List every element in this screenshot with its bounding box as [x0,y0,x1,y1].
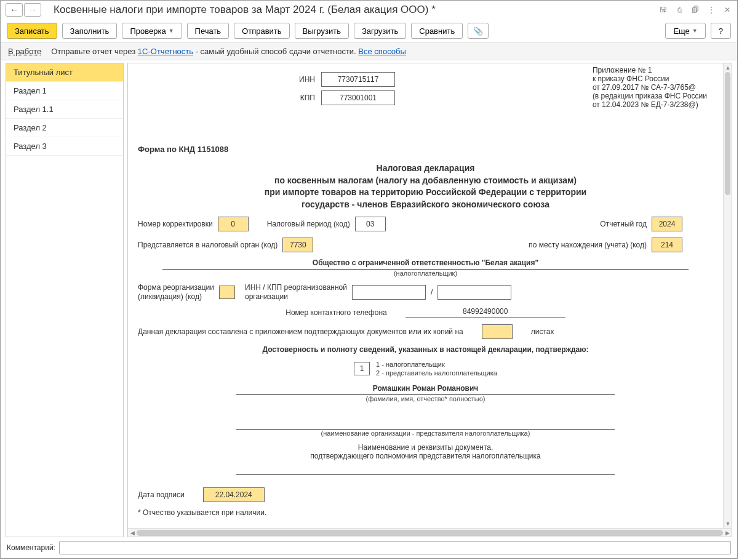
phone-label: Номер контактного телефона [286,308,386,317]
docs-text-2: листах [531,327,554,336]
chevron-down-icon: ▼ [692,28,698,34]
info-text: Отправьте отчет через 1С-Отчетность - са… [51,47,406,56]
docs-text-1: Данная декларация составлена с приложени… [138,327,463,336]
sidebar-item-title-page[interactable]: Титульный лист [6,63,123,82]
fio-field[interactable]: Ромашкин Роман Романович [236,384,615,395]
kpp-field[interactable]: 773001001 [321,90,395,105]
paperclip-icon: 📎 [473,26,483,36]
sign-date-label: Дата подписи [138,490,185,499]
import-button[interactable]: Загрузить [354,23,406,39]
status-label[interactable]: В работе [8,47,41,56]
scroll-up-icon[interactable]: ▲ [724,63,732,72]
phone-row: Номер контактного телефона 84992490000 [138,307,713,318]
close-icon[interactable]: ✕ [722,6,732,14]
footnote: * Отчество указывается при наличии. [138,508,713,517]
phone-field[interactable]: 84992490000 [405,307,565,318]
sidebar-item-section-3[interactable]: Раздел 3 [6,137,123,156]
declaration-title: Налоговая декларация по косвенным налога… [138,162,713,210]
horizontal-scrollbar[interactable]: ◀ ▶ [128,528,732,537]
confirm-title: Достоверность и полноту сведений, указан… [138,345,713,354]
sign-date-field[interactable]: 22.04.2024 [203,487,265,502]
print-icon[interactable]: ⎙ [674,6,684,14]
vertical-scrollbar[interactable]: ▲ ▼ [723,63,732,528]
app-window: ← → Косвенные налоги при импорте товаров… [0,0,738,559]
scroll-right-icon[interactable]: ▶ [723,529,732,537]
inn-field[interactable]: 7730715117 [321,72,395,87]
fio-caption: (фамилия, имя, отчество* полностью) [138,395,713,402]
export-button[interactable]: Выгрузить [295,23,349,39]
form-knd-code: Форма по КНД 1151088 [138,145,713,154]
tax-period-label: Налоговый период (код) [267,220,350,228]
inn-label: ИНН [284,75,315,84]
place-field[interactable]: 214 [652,238,682,252]
preview-icon[interactable]: 🗐 [690,6,700,14]
reorg-form-field[interactable] [219,286,235,299]
title-actions: 🖫 ⎙ 🗐 ⋮ ✕ [658,6,732,14]
compare-button[interactable]: Сравнить [411,23,463,39]
comment-label: Комментарий: [7,543,55,552]
link-1c-reporting[interactable]: 1С-Отчетность [138,47,193,56]
forward-button[interactable]: → [24,3,41,17]
params-row-1: Номер корректировки 0 Налоговый период (… [138,217,713,231]
chevron-down-icon: ▼ [169,28,174,34]
info-bar: В работе Отправьте отчет через 1С-Отчетн… [1,42,737,60]
back-button[interactable]: ← [6,3,23,17]
sidebar-item-section-2[interactable]: Раздел 2 [6,119,123,137]
comment-input[interactable] [59,541,731,554]
fio-section: Ромашкин Роман Романович (фамилия, имя, … [138,384,713,402]
attach-button[interactable]: 📎 [468,23,489,39]
more-button[interactable]: Еще▼ [665,23,705,39]
tax-organ-field[interactable]: 7730 [282,238,313,252]
sections-sidebar: Титульный лист Раздел 1 Раздел 1.1 Разде… [6,63,124,537]
confirm-code-field[interactable]: 1 [354,362,370,375]
document-scroll[interactable]: Приложение № 1 к приказу ФНС России от 2… [128,63,732,528]
kebab-icon[interactable]: ⋮ [706,6,716,14]
sidebar-item-section-1-1[interactable]: Раздел 1.1 [6,100,123,119]
correction-field[interactable]: 0 [218,217,249,231]
toolbar: Записать Заполнить Проверка▼ Печать Отпр… [1,19,737,42]
send-button[interactable]: Отправить [234,23,289,39]
link-all-methods[interactable]: Все способы [358,47,405,56]
taxpayer-section: Общество с ограниченной ответственностью… [138,258,713,277]
check-button[interactable]: Проверка▼ [122,23,182,39]
confirm-row: 1 1 - налогоплательщик 2 - представитель… [138,360,713,378]
repr-org-section: (наименование организации - представител… [138,421,713,437]
print-button[interactable]: Печать [187,23,230,39]
document-area: Приложение № 1 к приказу ФНС России от 2… [127,63,732,537]
nav-buttons: ← → [6,3,41,17]
reorg-inn-field[interactable] [352,285,426,300]
sidebar-item-section-1[interactable]: Раздел 1 [6,82,123,100]
year-label: Отчетный год [600,220,647,228]
reorg-row: Форма реорганизации (ликвидация) (код) И… [138,283,713,301]
tax-organ-label: Представляется в налоговый орган (код) [138,241,278,249]
titlebar: ← → Косвенные налоги при импорте товаров… [1,1,737,19]
hscroll-thumb[interactable] [137,530,723,536]
sign-date-row: Дата подписи 22.04.2024 [138,487,713,502]
doc-requisites-field[interactable] [236,466,615,475]
repr-org-caption: (наименование организации - представител… [138,430,713,437]
footer: Комментарий: [1,537,737,558]
window-title: Косвенные налоги при импорте товаров за … [54,4,653,16]
year-field[interactable]: 2024 [652,217,682,231]
kpp-label: КПП [284,94,315,102]
reorg-kpp-field[interactable] [437,285,511,300]
repr-org-field[interactable] [236,421,615,430]
params-row-2: Представляется в налоговый орган (код) 7… [138,238,713,252]
save-button[interactable]: Записать [7,23,57,39]
tax-period-field[interactable]: 03 [355,217,386,231]
body: Титульный лист Раздел 1 Раздел 1.1 Разде… [1,60,737,537]
place-label: по месту нахождения (учета) (код) [529,241,647,249]
scroll-left-icon[interactable]: ◀ [128,529,137,537]
docs-count-field[interactable] [482,324,513,339]
correction-label: Номер корректировки [138,220,213,228]
taxpayer-name[interactable]: Общество с ограниченной ответственностью… [162,258,689,270]
appendix-info: Приложение № 1 к приказу ФНС России от 2… [593,66,707,109]
fill-button[interactable]: Заполнить [62,23,118,39]
save-disk-icon[interactable]: 🖫 [658,6,668,14]
scroll-down-icon[interactable]: ▼ [724,519,732,528]
vscroll-thumb[interactable] [725,72,730,195]
documents-row: Данная декларация составлена с приложени… [138,324,713,339]
taxpayer-caption: (налогоплательщик) [138,270,713,277]
doc-requisites: Наименование и реквизиты документа, подт… [138,443,713,460]
help-button[interactable]: ? [711,23,731,39]
